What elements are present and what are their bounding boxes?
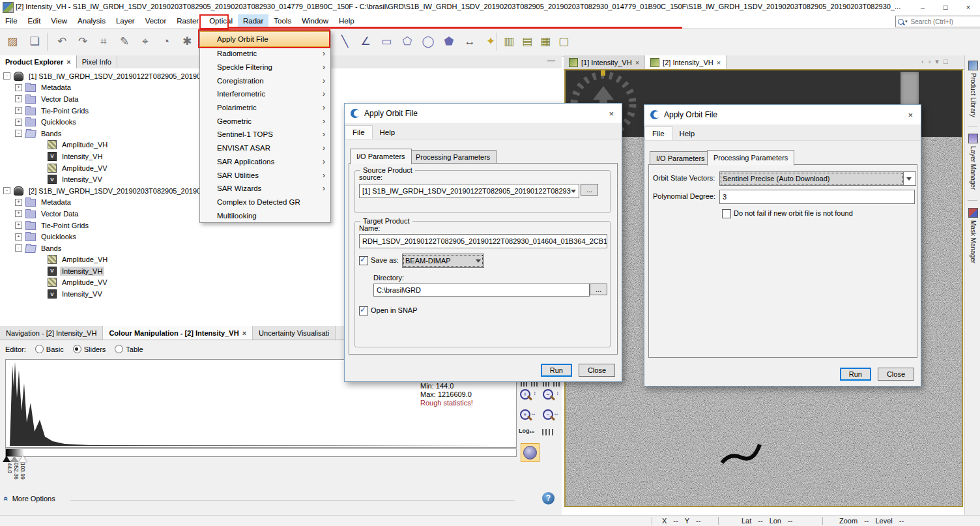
radar-menu-radiometric[interactable]: Radiometric› bbox=[200, 47, 330, 61]
open-in-snap-checkbox[interactable] bbox=[359, 306, 368, 315]
tree-item-label[interactable]: Amplitude_VV bbox=[60, 278, 109, 287]
save-as-label[interactable]: Save as: bbox=[371, 256, 399, 264]
redo-icon[interactable]: ↷ bbox=[74, 33, 91, 50]
tree-item-label[interactable]: Amplitude_VH bbox=[60, 255, 109, 264]
menu-help[interactable]: Help bbox=[334, 14, 360, 28]
close-button[interactable]: Close bbox=[579, 364, 615, 377]
radar-menu-multilooking[interactable]: Multilooking bbox=[200, 209, 330, 222]
tree-item-label[interactable]: Vector Data bbox=[39, 209, 80, 218]
editor-table-radio[interactable]: Table bbox=[115, 345, 143, 353]
radar-menu-coregistration[interactable]: Coregistration› bbox=[200, 74, 330, 87]
tree-item-label[interactable]: Vector Data bbox=[39, 95, 80, 104]
directory-input[interactable]: C:\brasil\GRD bbox=[373, 284, 590, 297]
radar-menu-sar-wizards[interactable]: SAR Wizards› bbox=[200, 182, 330, 196]
polyline-tool-icon[interactable]: ∠ bbox=[357, 33, 374, 50]
close-icon[interactable]: × bbox=[242, 329, 246, 337]
tree-item-label[interactable]: Quicklooks bbox=[39, 232, 78, 241]
tree-item-label[interactable]: Tie-Point Grids bbox=[39, 106, 91, 115]
directory-browse-button[interactable]: ... bbox=[590, 284, 607, 295]
tree-item-label[interactable]: Metadata bbox=[39, 83, 73, 92]
radar-menu-speckle-filtering[interactable]: Speckle Filtering› bbox=[200, 61, 330, 74]
evenly-distribute-icon[interactable] bbox=[542, 429, 554, 435]
tab-pixel-info[interactable]: Pixel Info bbox=[77, 55, 117, 68]
polygon-tool-icon[interactable]: ⬠ bbox=[399, 33, 416, 50]
dialog-menu-help[interactable]: Help bbox=[672, 127, 702, 140]
radar-menu-sentinel-1-tops[interactable]: Sentinel-1 TOPS› bbox=[200, 128, 330, 141]
close-button[interactable]: Close bbox=[878, 368, 914, 381]
tile-grid-icon[interactable]: ▦ bbox=[537, 33, 554, 50]
expand-icon[interactable]: + bbox=[15, 119, 22, 126]
min-slider-handle[interactable] bbox=[3, 456, 10, 462]
expand-icon[interactable]: + bbox=[15, 233, 22, 241]
ellipse-tool-icon[interactable]: ◯ bbox=[420, 33, 437, 50]
expand-icon[interactable]: + bbox=[15, 210, 22, 217]
log-scale-button[interactable]: Log₁₀ bbox=[519, 428, 534, 434]
do-not-fail-label[interactable]: Do not fail if new orbit file is not fou… bbox=[734, 209, 853, 217]
tab-io-parameters[interactable]: I/O Parameters bbox=[650, 151, 712, 165]
tree-item-label[interactable]: Bands bbox=[39, 244, 63, 253]
line-tool-icon[interactable]: ╲ bbox=[336, 33, 353, 50]
close-icon[interactable]: × bbox=[635, 59, 639, 66]
tab-product-explorer[interactable]: Product Explorer× bbox=[0, 55, 77, 68]
dialog-menu-file[interactable]: File bbox=[644, 126, 672, 140]
close-icon[interactable]: × bbox=[66, 58, 70, 66]
radar-menu-sar-utilities[interactable]: SAR Utilities› bbox=[200, 168, 330, 182]
wkt-tool-icon[interactable]: ⬟ bbox=[440, 33, 457, 50]
close-icon[interactable]: × bbox=[717, 59, 721, 66]
radar-menu-geometric[interactable]: Geometric› bbox=[200, 114, 330, 128]
menu-radar[interactable]: Radar bbox=[238, 14, 268, 28]
measure-tool-icon[interactable]: ↔ bbox=[461, 33, 478, 50]
menu-vector[interactable]: Vector bbox=[140, 14, 172, 28]
node-link-icon[interactable]: ✱ bbox=[179, 33, 195, 50]
prev-view-icon[interactable]: ‹ bbox=[921, 57, 924, 66]
tie-point-grid-icon[interactable]: ⌗ bbox=[95, 33, 112, 50]
menu-edit[interactable]: Edit bbox=[23, 14, 46, 28]
tree-item-label[interactable]: Amplitude_VH bbox=[60, 140, 109, 149]
zoom-in-vertical-icon[interactable]: +↕ bbox=[519, 388, 536, 404]
tab-processing-parameters[interactable]: Processing Parameters bbox=[707, 150, 794, 166]
colour-palette-button[interactable] bbox=[521, 443, 540, 462]
tree-item-label[interactable]: Bands bbox=[39, 129, 63, 138]
radar-menu-polarimetric[interactable]: Polarimetric› bbox=[200, 101, 330, 115]
dialog-menu-file[interactable]: File bbox=[345, 125, 373, 139]
minimize-panel-icon[interactable]: — bbox=[547, 56, 555, 65]
menu-tools[interactable]: Tools bbox=[268, 14, 296, 28]
pin-icon[interactable]: ✎ bbox=[116, 33, 133, 50]
minimize-window-icon[interactable]: – bbox=[912, 0, 933, 14]
collapse-icon[interactable]: - bbox=[3, 72, 10, 80]
view-tab-2-intensity-vh[interactable]: [2] Intensity_VH× bbox=[645, 55, 727, 69]
menu-layer[interactable]: Layer bbox=[111, 14, 140, 28]
menu-file[interactable]: File bbox=[0, 14, 23, 28]
close-window-icon[interactable]: × bbox=[958, 0, 979, 14]
editor-sliders-radio[interactable]: Sliders bbox=[73, 345, 106, 353]
menu-view[interactable]: View bbox=[46, 14, 72, 28]
menu-raster[interactable]: Raster bbox=[171, 14, 204, 28]
source-product-combo[interactable]: [1] S1B_IW_GRDH_1SDV_20190122T082905_201… bbox=[359, 184, 579, 198]
save-product-icon[interactable]: ❏ bbox=[26, 33, 43, 50]
tab-navigation-2-intensity-vh[interactable]: Navigation - [2] Intensity_VH bbox=[0, 326, 103, 340]
next-view-icon[interactable]: › bbox=[929, 57, 931, 66]
roi-icon[interactable]: ◔ bbox=[158, 33, 175, 50]
maximize-window-icon[interactable]: □ bbox=[935, 0, 956, 14]
collapse-icon[interactable]: - bbox=[3, 187, 10, 194]
tab-colour-manipulation-2-intensity-vh[interactable]: Colour Manipulation - [2] Intensity_VH× bbox=[103, 326, 253, 340]
expand-icon[interactable]: + bbox=[15, 84, 22, 91]
radar-menu-complex-to-detected-gr[interactable]: Complex to Detected GR bbox=[200, 196, 330, 209]
dialog-titlebar[interactable]: Apply Orbit File × bbox=[345, 104, 622, 123]
menu-optical[interactable]: Optical bbox=[204, 14, 238, 28]
undo-icon[interactable]: ↶ bbox=[53, 33, 70, 50]
radar-menu-envisat-asar[interactable]: ENVISAT ASAR› bbox=[200, 141, 330, 155]
dock-tab-layer-manager[interactable]: Layer Manager bbox=[967, 134, 979, 190]
tab-processing-parameters[interactable]: Processing Parameters bbox=[409, 150, 497, 164]
dock-tab-mask-manager[interactable]: Mask Manager bbox=[967, 208, 979, 263]
close-icon[interactable]: × bbox=[607, 109, 616, 119]
radar-menu-apply-orbit-file[interactable]: Apply Orbit File bbox=[200, 31, 330, 47]
rectangle-tool-icon[interactable]: ▭ bbox=[378, 33, 395, 50]
open-product-icon[interactable]: ▨ bbox=[4, 33, 21, 50]
tree-item-label[interactable]: Intensity_VH bbox=[60, 267, 104, 276]
view-list-icon[interactable]: ▾ bbox=[935, 57, 939, 66]
expand-icon[interactable]: + bbox=[15, 222, 22, 229]
expand-icon[interactable]: + bbox=[15, 107, 22, 114]
collapse-icon[interactable]: - bbox=[15, 244, 22, 252]
view-tab-1-intensity-vh[interactable]: [1] Intensity_VH× bbox=[564, 55, 645, 69]
